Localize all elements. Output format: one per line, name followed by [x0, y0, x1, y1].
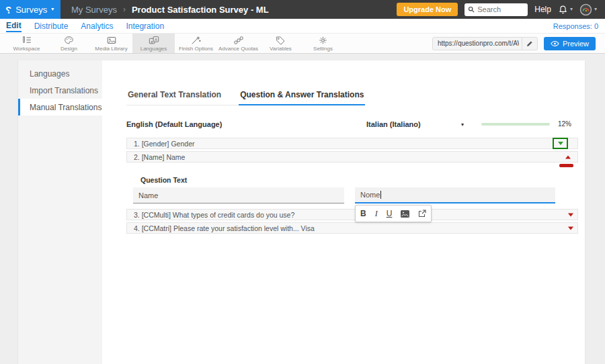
question-label: 3. [CCMulti] What types of credit cards … [134, 211, 294, 219]
formatting-toolbar: B I U [355, 205, 432, 222]
account-menu[interactable]: ▾ [579, 3, 597, 16]
workspace-icon [22, 36, 32, 45]
source-question-input[interactable]: Name [133, 187, 344, 203]
image-icon [106, 36, 117, 45]
chevron-down-icon: ▾ [594, 7, 597, 12]
expand-arrow-icon[interactable] [558, 142, 563, 145]
topbar-right: Upgrade Now Help ▾ ▾ [397, 0, 605, 19]
translation-tabs: General Text Translation Question & Answ… [126, 90, 365, 105]
expanded-marker-bar [559, 164, 573, 167]
pencil-icon [526, 40, 533, 47]
nav-analytics[interactable]: Analytics [81, 20, 113, 32]
content-area: Languages Import Translations Manual Tra… [0, 54, 605, 364]
sidebar-item-import-translations[interactable]: Import Translations [18, 82, 102, 99]
language-row: English (Default Language) Italian (Ital… [126, 120, 578, 130]
question-label: 2. [Name] Name [134, 153, 185, 161]
survey-url-input[interactable] [433, 40, 522, 47]
svg-text:A: A [155, 37, 157, 41]
toolbar-label: Settings [313, 46, 333, 52]
palette-icon [64, 36, 74, 45]
eye-icon [551, 40, 559, 47]
toolbar-media-library[interactable]: Media Library [90, 34, 132, 53]
survey-nav: Edit Distribute Analytics Integration Re… [0, 19, 605, 33]
toolbar-label: Variables [270, 46, 292, 52]
underline-button[interactable]: U [387, 209, 393, 218]
question-text-label: Question Text [140, 176, 187, 184]
global-search-box[interactable] [465, 3, 528, 16]
bell-icon [558, 5, 568, 15]
target-language-select[interactable]: Italian (Italiano) [366, 120, 421, 128]
upgrade-now-button[interactable]: Upgrade Now [397, 3, 458, 16]
notifications-button[interactable]: ▾ [558, 5, 573, 15]
question-row-gender[interactable]: 1. [Gender] Gender [126, 138, 578, 149]
translate-icon: Aa [149, 36, 159, 45]
toolbar-design[interactable]: Design [48, 34, 90, 53]
breadcrumb-my-surveys[interactable]: My Surveys [71, 5, 117, 15]
target-question-input[interactable]: Nome [355, 187, 555, 203]
italic-button[interactable]: I [375, 209, 378, 219]
expand-arrow-slot[interactable] [568, 226, 573, 230]
collapse-arrow-slot[interactable] [565, 155, 571, 158]
expand-arrow-icon [568, 226, 573, 230]
preview-button[interactable]: Preview [544, 37, 596, 50]
tab-general-text-translation[interactable]: General Text Translation [126, 90, 223, 105]
question-list: 1. [Gender] Gender 2. [Name] Name [126, 138, 578, 234]
toolbar-label: Advance Quotas [218, 46, 258, 52]
breadcrumb-separator: › [123, 5, 126, 14]
toolbar-label: Design [61, 46, 77, 52]
surveys-app-menu[interactable]: ? Surveys ▾ [0, 0, 61, 19]
translations-card: Languages Import Translations Manual Tra… [18, 60, 585, 364]
chevron-down-icon[interactable]: ▾ [461, 122, 464, 128]
search-icon [468, 6, 475, 13]
sidebar-item-manual-translations[interactable]: Manual Translations [18, 99, 102, 116]
expand-arrow-icon [568, 213, 573, 216]
search-input[interactable] [477, 5, 524, 13]
collapse-arrow-icon [565, 155, 571, 158]
sidebar-item-languages[interactable]: Languages [18, 65, 102, 82]
toolbar-advance-quotas[interactable]: Advance Quotas [217, 34, 259, 53]
translation-progress-bar [481, 123, 550, 126]
help-link[interactable]: Help [534, 5, 551, 14]
toolbar-languages[interactable]: Aa Languages [132, 34, 175, 53]
question-label: 4. [CCMatri] Please rate your satisfacti… [134, 224, 315, 232]
topbar: ? Surveys ▾ My Surveys › Product Satisfa… [0, 0, 605, 19]
insert-image-button[interactable] [401, 210, 409, 218]
nav-distribute[interactable]: Distribute [34, 20, 69, 32]
toolbar-label: Media Library [95, 46, 127, 52]
svg-text:a: a [151, 39, 153, 43]
translation-editor: Question Text Name Nome B I [126, 165, 578, 206]
app-menu-label: Surveys [15, 5, 47, 15]
external-link-icon [418, 210, 426, 218]
text-cursor [380, 191, 381, 199]
tab-question-answer-translations[interactable]: Question & Answer Translations [239, 90, 365, 105]
questionpro-app: ? Surveys ▾ My Surveys › Product Satisfa… [0, 0, 605, 364]
breadcrumb: My Surveys › Product Satisfaction Survey… [71, 0, 269, 19]
expand-arrow-slot[interactable] [568, 213, 573, 216]
question-row-ccmatri[interactable]: 4. [CCMatri] Please rate your satisfacti… [126, 222, 578, 234]
toolbar-finish-options[interactable]: Finish Options [175, 34, 217, 53]
image-icon [401, 210, 409, 218]
source-language-label: English (Default Language) [126, 120, 222, 128]
nav-integration[interactable]: Integration [126, 20, 164, 32]
survey-url-box [432, 37, 538, 50]
survey-title: Product Satisfaction Survey - ML [132, 5, 269, 15]
translations-sidebar: Languages Import Translations Manual Tra… [18, 60, 102, 364]
edit-url-button[interactable] [522, 38, 537, 50]
toolbar-workspace[interactable]: Workspace [5, 34, 48, 53]
gear-icon [318, 36, 328, 45]
nav-edit[interactable]: Edit [6, 19, 22, 32]
avatar-gauge-icon [579, 3, 592, 16]
translation-progress-percent: 12% [558, 120, 571, 128]
question-label: 1. [Gender] Gender [134, 140, 194, 148]
responses-count[interactable]: Responses: 0 [553, 22, 598, 30]
toolbar-settings[interactable]: Settings [302, 34, 344, 53]
edit-toolbar: Workspace Design Media Library Aa Langua… [0, 33, 605, 54]
insert-link-button[interactable] [418, 210, 426, 218]
toolbar-variables[interactable]: Variables [259, 34, 302, 53]
magic-wand-icon [191, 36, 201, 45]
question-row-ccmulti[interactable]: 3. [CCMulti] What types of credit cards … [126, 209, 578, 220]
bold-button[interactable]: B [360, 209, 366, 218]
tag-icon [276, 36, 286, 45]
chevron-down-icon: ▾ [51, 7, 54, 12]
question-row-name[interactable]: 2. [Name] Name [126, 151, 578, 163]
